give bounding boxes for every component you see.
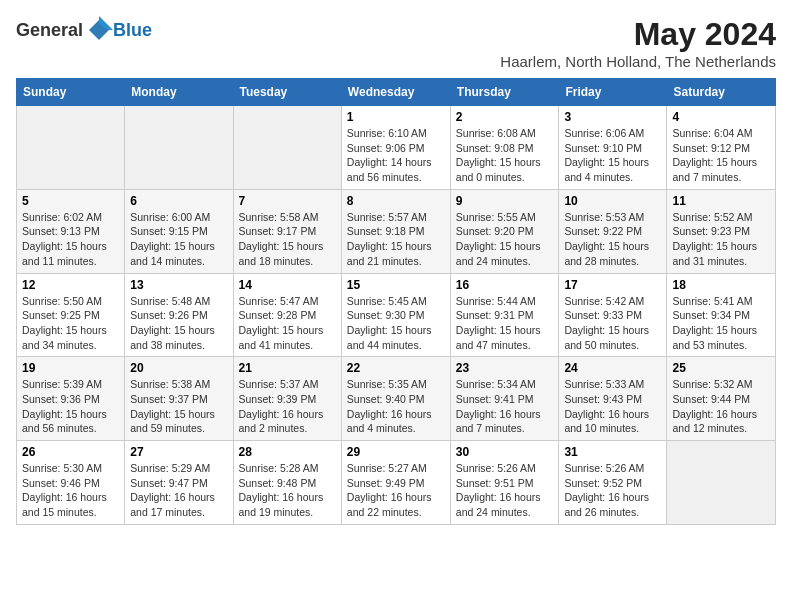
day-info: Sunrise: 5:38 AMSunset: 9:37 PMDaylight:…: [130, 377, 227, 436]
day-number: 6: [130, 194, 227, 208]
table-row: 20Sunrise: 5:38 AMSunset: 9:37 PMDayligh…: [125, 357, 233, 441]
day-info: Sunrise: 5:32 AMSunset: 9:44 PMDaylight:…: [672, 377, 770, 436]
day-info: Sunrise: 5:26 AMSunset: 9:52 PMDaylight:…: [564, 461, 661, 520]
logo-icon: [85, 16, 113, 44]
day-info: Sunrise: 5:55 AMSunset: 9:20 PMDaylight:…: [456, 210, 554, 269]
day-number: 25: [672, 361, 770, 375]
table-row: 26Sunrise: 5:30 AMSunset: 9:46 PMDayligh…: [17, 441, 125, 525]
table-row: 15Sunrise: 5:45 AMSunset: 9:30 PMDayligh…: [341, 273, 450, 357]
day-info: Sunrise: 6:08 AMSunset: 9:08 PMDaylight:…: [456, 126, 554, 185]
day-info: Sunrise: 5:37 AMSunset: 9:39 PMDaylight:…: [239, 377, 336, 436]
header-tuesday: Tuesday: [233, 79, 341, 106]
table-row: 18Sunrise: 5:41 AMSunset: 9:34 PMDayligh…: [667, 273, 776, 357]
day-info: Sunrise: 5:29 AMSunset: 9:47 PMDaylight:…: [130, 461, 227, 520]
calendar-week-row: 12Sunrise: 5:50 AMSunset: 9:25 PMDayligh…: [17, 273, 776, 357]
day-info: Sunrise: 5:45 AMSunset: 9:30 PMDaylight:…: [347, 294, 445, 353]
title-block: May 2024 Haarlem, North Holland, The Net…: [500, 16, 776, 70]
day-number: 3: [564, 110, 661, 124]
day-number: 26: [22, 445, 119, 459]
day-number: 12: [22, 278, 119, 292]
day-number: 24: [564, 361, 661, 375]
day-number: 2: [456, 110, 554, 124]
day-info: Sunrise: 5:52 AMSunset: 9:23 PMDaylight:…: [672, 210, 770, 269]
day-number: 1: [347, 110, 445, 124]
table-row: [667, 441, 776, 525]
day-number: 11: [672, 194, 770, 208]
day-number: 28: [239, 445, 336, 459]
header-friday: Friday: [559, 79, 667, 106]
day-number: 30: [456, 445, 554, 459]
day-info: Sunrise: 5:50 AMSunset: 9:25 PMDaylight:…: [22, 294, 119, 353]
table-row: 4Sunrise: 6:04 AMSunset: 9:12 PMDaylight…: [667, 106, 776, 190]
logo: General Blue: [16, 16, 152, 44]
day-number: 18: [672, 278, 770, 292]
day-number: 21: [239, 361, 336, 375]
table-row: 25Sunrise: 5:32 AMSunset: 9:44 PMDayligh…: [667, 357, 776, 441]
table-row: 29Sunrise: 5:27 AMSunset: 9:49 PMDayligh…: [341, 441, 450, 525]
table-row: 3Sunrise: 6:06 AMSunset: 9:10 PMDaylight…: [559, 106, 667, 190]
month-year: May 2024: [500, 16, 776, 53]
table-row: 13Sunrise: 5:48 AMSunset: 9:26 PMDayligh…: [125, 273, 233, 357]
day-number: 10: [564, 194, 661, 208]
day-number: 20: [130, 361, 227, 375]
day-info: Sunrise: 6:04 AMSunset: 9:12 PMDaylight:…: [672, 126, 770, 185]
day-number: 27: [130, 445, 227, 459]
table-row: [233, 106, 341, 190]
table-row: 10Sunrise: 5:53 AMSunset: 9:22 PMDayligh…: [559, 189, 667, 273]
day-number: 17: [564, 278, 661, 292]
table-row: 17Sunrise: 5:42 AMSunset: 9:33 PMDayligh…: [559, 273, 667, 357]
day-info: Sunrise: 6:00 AMSunset: 9:15 PMDaylight:…: [130, 210, 227, 269]
day-info: Sunrise: 5:53 AMSunset: 9:22 PMDaylight:…: [564, 210, 661, 269]
day-number: 31: [564, 445, 661, 459]
day-info: Sunrise: 5:41 AMSunset: 9:34 PMDaylight:…: [672, 294, 770, 353]
table-row: 23Sunrise: 5:34 AMSunset: 9:41 PMDayligh…: [450, 357, 559, 441]
day-number: 13: [130, 278, 227, 292]
day-number: 4: [672, 110, 770, 124]
day-number: 15: [347, 278, 445, 292]
table-row: 11Sunrise: 5:52 AMSunset: 9:23 PMDayligh…: [667, 189, 776, 273]
table-row: 22Sunrise: 5:35 AMSunset: 9:40 PMDayligh…: [341, 357, 450, 441]
day-number: 5: [22, 194, 119, 208]
day-info: Sunrise: 5:44 AMSunset: 9:31 PMDaylight:…: [456, 294, 554, 353]
day-info: Sunrise: 6:10 AMSunset: 9:06 PMDaylight:…: [347, 126, 445, 185]
day-info: Sunrise: 5:30 AMSunset: 9:46 PMDaylight:…: [22, 461, 119, 520]
logo-text-general: General: [16, 20, 83, 41]
table-row: 12Sunrise: 5:50 AMSunset: 9:25 PMDayligh…: [17, 273, 125, 357]
table-row: 14Sunrise: 5:47 AMSunset: 9:28 PMDayligh…: [233, 273, 341, 357]
table-row: [125, 106, 233, 190]
table-row: 8Sunrise: 5:57 AMSunset: 9:18 PMDaylight…: [341, 189, 450, 273]
page-header: General Blue May 2024 Haarlem, North Hol…: [16, 16, 776, 70]
day-info: Sunrise: 5:57 AMSunset: 9:18 PMDaylight:…: [347, 210, 445, 269]
table-row: 5Sunrise: 6:02 AMSunset: 9:13 PMDaylight…: [17, 189, 125, 273]
day-number: 14: [239, 278, 336, 292]
day-number: 9: [456, 194, 554, 208]
day-number: 22: [347, 361, 445, 375]
day-number: 7: [239, 194, 336, 208]
table-row: 19Sunrise: 5:39 AMSunset: 9:36 PMDayligh…: [17, 357, 125, 441]
day-info: Sunrise: 6:06 AMSunset: 9:10 PMDaylight:…: [564, 126, 661, 185]
day-number: 23: [456, 361, 554, 375]
calendar-week-row: 5Sunrise: 6:02 AMSunset: 9:13 PMDaylight…: [17, 189, 776, 273]
day-info: Sunrise: 5:26 AMSunset: 9:51 PMDaylight:…: [456, 461, 554, 520]
table-row: 31Sunrise: 5:26 AMSunset: 9:52 PMDayligh…: [559, 441, 667, 525]
day-info: Sunrise: 5:35 AMSunset: 9:40 PMDaylight:…: [347, 377, 445, 436]
day-info: Sunrise: 5:42 AMSunset: 9:33 PMDaylight:…: [564, 294, 661, 353]
calendar-week-row: 1Sunrise: 6:10 AMSunset: 9:06 PMDaylight…: [17, 106, 776, 190]
table-row: 7Sunrise: 5:58 AMSunset: 9:17 PMDaylight…: [233, 189, 341, 273]
table-row: 21Sunrise: 5:37 AMSunset: 9:39 PMDayligh…: [233, 357, 341, 441]
calendar-week-row: 26Sunrise: 5:30 AMSunset: 9:46 PMDayligh…: [17, 441, 776, 525]
header-monday: Monday: [125, 79, 233, 106]
table-row: 27Sunrise: 5:29 AMSunset: 9:47 PMDayligh…: [125, 441, 233, 525]
table-row: 1Sunrise: 6:10 AMSunset: 9:06 PMDaylight…: [341, 106, 450, 190]
day-info: Sunrise: 5:27 AMSunset: 9:49 PMDaylight:…: [347, 461, 445, 520]
day-number: 8: [347, 194, 445, 208]
location: Haarlem, North Holland, The Netherlands: [500, 53, 776, 70]
day-info: Sunrise: 5:58 AMSunset: 9:17 PMDaylight:…: [239, 210, 336, 269]
header-sunday: Sunday: [17, 79, 125, 106]
table-row: [17, 106, 125, 190]
table-row: 16Sunrise: 5:44 AMSunset: 9:31 PMDayligh…: [450, 273, 559, 357]
table-row: 6Sunrise: 6:00 AMSunset: 9:15 PMDaylight…: [125, 189, 233, 273]
table-row: 2Sunrise: 6:08 AMSunset: 9:08 PMDaylight…: [450, 106, 559, 190]
day-info: Sunrise: 5:48 AMSunset: 9:26 PMDaylight:…: [130, 294, 227, 353]
table-row: 24Sunrise: 5:33 AMSunset: 9:43 PMDayligh…: [559, 357, 667, 441]
